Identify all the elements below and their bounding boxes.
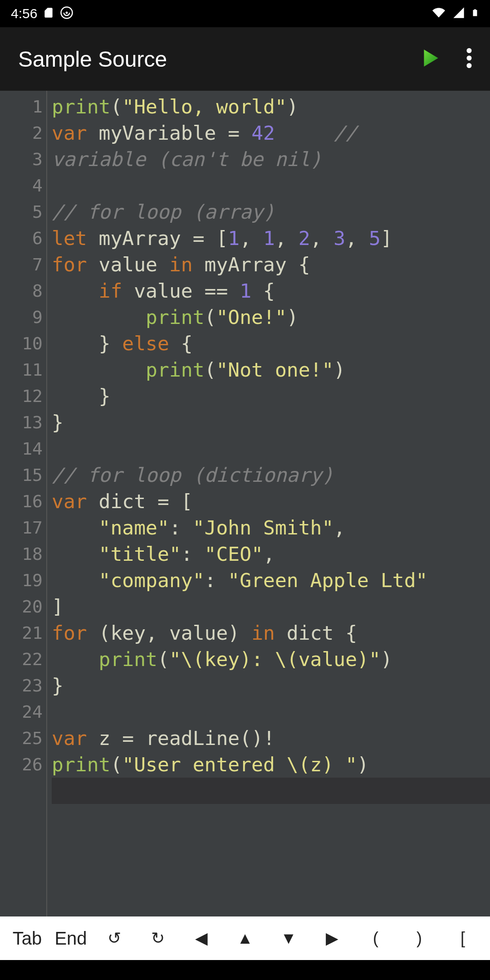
- code-line[interactable]: if value == 1 {: [52, 278, 490, 304]
- line-number: 25: [0, 725, 43, 751]
- line-number: 3: [0, 146, 43, 172]
- line-number: 23: [0, 672, 43, 699]
- code-line[interactable]: print("One!"): [52, 304, 490, 330]
- sdcard-icon: [43, 6, 54, 21]
- line-number: 19: [0, 567, 43, 593]
- line-number: 24: [0, 699, 43, 725]
- battery-icon: [471, 6, 479, 21]
- code-line[interactable]: }: [52, 672, 490, 699]
- line-number: 6: [0, 225, 43, 251]
- svg-point-2: [467, 48, 472, 53]
- android-nav-bar: [0, 960, 490, 980]
- app-title: Sample Source: [18, 47, 418, 72]
- code-line[interactable]: [52, 172, 490, 199]
- line-number-gutter: 1234567891011121314151617181920212223242…: [0, 91, 47, 916]
- line-number: 10: [0, 330, 43, 357]
- code-line[interactable]: [52, 699, 490, 725]
- code-line[interactable]: }: [52, 383, 490, 409]
- code-line[interactable]: print("\(key): \(value)"): [52, 646, 490, 672]
- code-editor[interactable]: 1234567891011121314151617181920212223242…: [0, 91, 490, 916]
- code-line[interactable]: // for loop (dictionary): [52, 462, 490, 488]
- status-bar: 4:56: [0, 0, 490, 27]
- svg-point-3: [467, 56, 472, 61]
- more-options-icon[interactable]: [466, 48, 472, 70]
- line-number: 5: [0, 199, 43, 225]
- code-line[interactable]: "name": "John Smith",: [52, 514, 490, 541]
- line-number: 16: [0, 488, 43, 514]
- code-line[interactable]: "company": "Green Apple Ltd": [52, 567, 490, 593]
- svg-point-1: [66, 12, 68, 14]
- editor-key[interactable]: End: [49, 928, 93, 949]
- line-number: 26: [0, 751, 43, 778]
- editor-key[interactable]: ▼: [267, 929, 310, 948]
- line-number: 20: [0, 593, 43, 620]
- editor-key[interactable]: Tab: [5, 928, 49, 949]
- code-line[interactable]: var myVariable = 42 //: [52, 120, 490, 146]
- line-number: 7: [0, 251, 43, 278]
- editor-key[interactable]: ▲: [223, 929, 267, 948]
- code-line[interactable]: print("Hello, world"): [52, 93, 490, 120]
- editor-key[interactable]: [: [441, 929, 485, 948]
- line-number: 17: [0, 514, 43, 541]
- code-line[interactable]: print("Not one!"): [52, 357, 490, 383]
- code-line[interactable]: let myArray = [1, 1, 2, 3, 5]: [52, 225, 490, 251]
- status-time: 4:56: [11, 6, 37, 21]
- signal-icon: [452, 6, 466, 21]
- code-line[interactable]: [52, 778, 490, 804]
- dnd-icon: [60, 6, 74, 21]
- code-line[interactable]: print("User entered \(z) "): [52, 751, 490, 778]
- line-number: 14: [0, 436, 43, 462]
- code-line[interactable]: } else {: [52, 330, 490, 357]
- editor-key[interactable]: ↻: [136, 929, 180, 948]
- line-number: 8: [0, 278, 43, 304]
- code-line[interactable]: for value in myArray {: [52, 251, 490, 278]
- line-number: 12: [0, 383, 43, 409]
- line-number: 18: [0, 541, 43, 567]
- svg-point-4: [467, 63, 472, 68]
- code-line[interactable]: "title": "CEO",: [52, 541, 490, 567]
- code-line[interactable]: variable (can't be nil): [52, 146, 490, 172]
- line-number: 4: [0, 172, 43, 199]
- code-area[interactable]: print("Hello, world")var myVariable = 42…: [47, 91, 490, 916]
- editor-key-row: TabEnd↺↻◀▲▼▶()[: [0, 916, 490, 960]
- code-line[interactable]: // for loop (array): [52, 199, 490, 225]
- line-number: 22: [0, 646, 43, 672]
- line-number: 9: [0, 304, 43, 330]
- editor-key[interactable]: (: [354, 929, 397, 948]
- editor-key[interactable]: ◀: [180, 929, 223, 948]
- code-line[interactable]: [52, 436, 490, 462]
- code-line[interactable]: for (key, value) in dict {: [52, 620, 490, 646]
- code-line[interactable]: var dict = [: [52, 488, 490, 514]
- code-line[interactable]: var z = readLine()!: [52, 725, 490, 751]
- line-number: 21: [0, 620, 43, 646]
- code-line[interactable]: }: [52, 409, 490, 436]
- wifi-icon: [431, 6, 446, 21]
- line-number: 2: [0, 120, 43, 146]
- line-number: 15: [0, 462, 43, 488]
- run-button[interactable]: [418, 47, 441, 71]
- line-number: 1: [0, 93, 43, 120]
- line-number: 13: [0, 409, 43, 436]
- app-bar: Sample Source: [0, 27, 490, 91]
- editor-key[interactable]: ↺: [93, 929, 136, 948]
- code-line[interactable]: ]: [52, 593, 490, 620]
- editor-key[interactable]: ): [397, 929, 441, 948]
- editor-key[interactable]: ▶: [310, 929, 354, 948]
- line-number: 11: [0, 357, 43, 383]
